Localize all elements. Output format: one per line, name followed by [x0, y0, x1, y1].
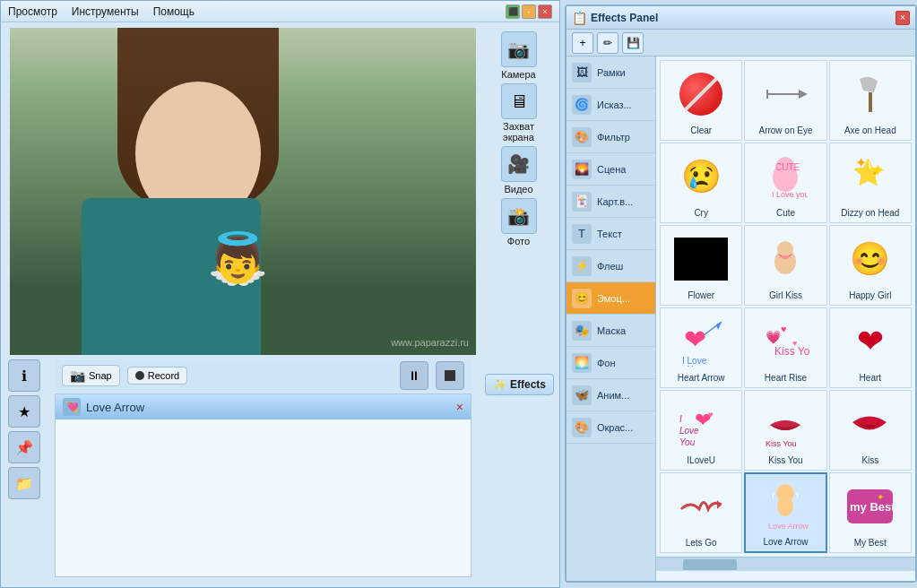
- stop-button[interactable]: [436, 361, 464, 390]
- nav-scene[interactable]: 🌄 Сцена: [567, 153, 655, 186]
- capture-label: Захват экрана: [503, 121, 534, 143]
- bottom-scrollbar[interactable]: [656, 557, 915, 571]
- effects-body: 🖼 Рамки 🌀 Исказ... 🎨 Фильтр 🌄 Сцена 🃏 Ка…: [567, 56, 915, 581]
- svg-text:Kiss You: Kiss You: [766, 439, 797, 448]
- star-icon[interactable]: ★: [8, 395, 40, 428]
- effect-heart-rise[interactable]: 💗 ♥ ♥ Kiss You! Heart Rise: [744, 307, 826, 388]
- effects-panel: 📋 Effects Panel × + ✏ 💾 🖼 Рамки 🌀 Исказ.…: [565, 4, 917, 583]
- edit-tool-btn[interactable]: ✏: [597, 32, 619, 54]
- pin-icon[interactable]: 📌: [8, 431, 40, 463]
- arrow-on-eye-label: Arrow on Eye: [758, 125, 812, 136]
- add-tool-btn[interactable]: +: [572, 32, 593, 54]
- svg-text:I Love you: I Love you: [772, 190, 808, 199]
- folder-icon[interactable]: 📁: [8, 467, 40, 499]
- cartv-nav-icon: 🃏: [572, 192, 592, 212]
- video-btn[interactable]: 🎥 Видео: [488, 146, 550, 195]
- anim-nav-icon: 🦋: [572, 385, 592, 405]
- svg-text:❤: ❤: [684, 324, 706, 354]
- emoc-nav-label: Эмоц...: [597, 293, 630, 304]
- right-toolbar: 📷 Камера 🖥 Захват экрана 🎥 Видео 📸 Фото: [480, 28, 557, 246]
- minimize-btn[interactable]: -: [522, 4, 536, 19]
- effect-lets-go[interactable]: Lets Go: [660, 472, 742, 553]
- svg-point-31: [777, 497, 793, 516]
- effect-my-best[interactable]: my Best ✦ My Best: [829, 472, 912, 553]
- camera-btn[interactable]: 📷 Камера: [488, 31, 550, 80]
- kiss-you-label: Kiss You: [768, 455, 802, 466]
- svg-text:💗: 💗: [766, 330, 782, 345]
- clear-icon: [679, 73, 722, 116]
- girl-kiss-label: Girl Kiss: [769, 290, 802, 301]
- record-button[interactable]: Record: [127, 367, 187, 385]
- effect-happy-girl[interactable]: 😊 Happy Girl: [829, 225, 912, 306]
- svg-text:Love Arrow: Love Arrow: [768, 522, 809, 531]
- menu-view[interactable]: Просмотр: [8, 5, 57, 18]
- nav-distort[interactable]: 🌀 Исказ...: [567, 89, 655, 121]
- nav-frames[interactable]: 🖼 Рамки: [567, 56, 655, 89]
- svg-text:my Best: my Best: [850, 500, 895, 514]
- info-icon[interactable]: ℹ: [8, 359, 40, 392]
- svg-marker-1: [799, 90, 808, 99]
- snap-button[interactable]: 📷 Snap: [62, 365, 120, 386]
- maximize-btn[interactable]: ⬛: [506, 4, 520, 19]
- effect-cute[interactable]: CUTE I Love you Cute: [744, 143, 826, 223]
- effect-kiss[interactable]: Kiss: [829, 390, 912, 471]
- mask-nav-label: Маска: [597, 325, 626, 336]
- nav-cartv[interactable]: 🃏 Карт.в...: [567, 186, 655, 218]
- nav-anim[interactable]: 🦋 Аним...: [567, 379, 655, 411]
- effect-heart[interactable]: ❤ Heart: [829, 307, 912, 388]
- cartv-nav-label: Карт.в...: [597, 196, 633, 207]
- clear-label: Clear: [690, 125, 712, 136]
- filter-nav-label: Фильтр: [597, 132, 630, 143]
- effects-close-btn[interactable]: ×: [895, 11, 910, 25]
- paint-nav-label: Окрас...: [597, 422, 633, 433]
- heart-rise-img: 💗 ♥ ♥ Kiss You!: [747, 312, 824, 371]
- distort-nav-label: Исказ...: [597, 99, 632, 110]
- effects-title-bar: 📋 Effects Panel ×: [567, 6, 915, 30]
- effect-dizzy[interactable]: ⭐ ✦ ✦ Dizzy on Head: [829, 143, 912, 223]
- capture-btn[interactable]: 🖥 Захват экрана: [488, 83, 550, 143]
- effect-love-arrow[interactable]: Love Arrow Love Arrow: [744, 472, 826, 553]
- dizzy-label: Dizzy on Head: [841, 208, 899, 219]
- pause-button[interactable]: ⏸: [400, 361, 428, 390]
- nav-emoc[interactable]: 😊 Эмоц...: [567, 282, 655, 315]
- record-dot: [135, 371, 144, 380]
- distort-nav-icon: 🌀: [572, 95, 592, 115]
- bg-nav-label: Фон: [597, 358, 616, 368]
- chat-close-btn[interactable]: ×: [456, 400, 463, 414]
- effect-flower[interactable]: Flower: [660, 225, 742, 306]
- nav-mask[interactable]: 🎭 Маска: [567, 315, 655, 347]
- save-tool-btn[interactable]: 💾: [622, 32, 644, 54]
- effect-kiss-you[interactable]: Kiss You Kiss You: [744, 390, 826, 471]
- nav-bg[interactable]: 🌅 Фон: [567, 347, 655, 379]
- svg-text:✦: ✦: [870, 160, 886, 180]
- nav-filter[interactable]: 🎨 Фильтр: [567, 121, 655, 153]
- love-arrow-img: Love Arrow: [748, 478, 823, 535]
- menu-tools[interactable]: Инструменты: [72, 5, 139, 18]
- menu-bar: Просмотр Инструменты Помощь ⬛ - ×: [1, 1, 559, 22]
- close-btn[interactable]: ×: [538, 4, 552, 19]
- nav-paint[interactable]: 🎨 Окрас...: [567, 411, 655, 444]
- nav-text[interactable]: T Текст: [567, 218, 655, 250]
- arrow-on-eye-img: [747, 65, 824, 124]
- video-feed: 👼 www.paparazzi.ru: [10, 28, 476, 355]
- effect-axe-on-head[interactable]: Axe on Head: [829, 60, 912, 141]
- photo-btn[interactable]: 📸 Фото: [488, 198, 550, 246]
- dizzy-img: ⭐ ✦ ✦: [832, 147, 909, 206]
- effects-toolbar: + ✏ 💾: [567, 30, 915, 56]
- effect-iloveu[interactable]: I Love You ❤ ♥ ILoveU: [660, 390, 742, 471]
- effect-arrow-on-eye[interactable]: Arrow on Eye: [744, 60, 826, 141]
- effects-button[interactable]: ✨ Effects: [485, 374, 554, 395]
- svg-text:You: You: [688, 365, 703, 367]
- nav-flash[interactable]: ⚡ Флеш: [567, 250, 655, 282]
- bg-nav-icon: 🌅: [572, 353, 592, 373]
- effect-clear[interactable]: Clear: [660, 60, 742, 141]
- menu-help[interactable]: Помощь: [153, 5, 195, 18]
- cry-label: Cry: [694, 208, 708, 219]
- video-icon: 🎥: [501, 146, 537, 182]
- flower-black: [674, 238, 728, 281]
- heart-img: ❤: [832, 312, 909, 371]
- effect-girl-kiss[interactable]: Girl Kiss: [744, 225, 826, 306]
- effect-heart-arrow[interactable]: ❤ I Love You Heart Arrow: [660, 307, 742, 388]
- effect-cry[interactable]: 😢 Cry: [660, 143, 742, 223]
- svg-rect-3: [869, 92, 872, 112]
